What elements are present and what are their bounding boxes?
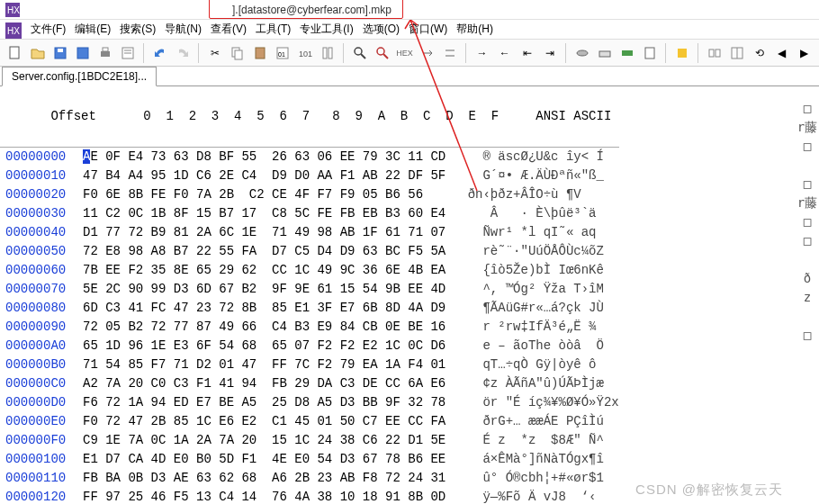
svg-rect-27	[622, 50, 633, 56]
hex-row[interactable]: 0000009072 05 B2 72 77 87 49 66 C4 B3 E9…	[0, 318, 619, 337]
ram-icon[interactable]	[617, 43, 636, 63]
find-hex-icon[interactable]	[373, 43, 392, 63]
svg-rect-7	[77, 48, 88, 58]
menu-search[interactable]: 搜索(S)	[116, 20, 159, 39]
go-end-icon[interactable]: ⇥	[540, 43, 559, 63]
props-icon[interactable]	[118, 43, 137, 63]
svg-line-22	[361, 54, 365, 58]
menu-help[interactable]: 帮助(H)	[453, 20, 497, 39]
menu-app-icon: HX	[5, 22, 22, 39]
drive-icon[interactable]	[595, 43, 614, 63]
hex-row[interactable]: 00000100E1 D7 CA 4D E0 B0 5D F1 4E E0 54…	[0, 450, 619, 469]
titlebar: HX ].[datastore@cyberfear.com].mkp	[0, 0, 819, 20]
strip-cell: □	[796, 175, 819, 194]
strip-cell: □	[796, 326, 819, 345]
strip-cell	[796, 420, 819, 439]
split-icon[interactable]	[727, 43, 746, 63]
menubar: HX 文件(F) 编辑(E) 搜索(S) 导航(N) 查看(V) 工具(T) 专…	[0, 20, 819, 40]
calc-icon[interactable]	[640, 43, 659, 63]
menu-edit[interactable]: 编辑(E)	[71, 20, 114, 39]
redo-icon[interactable]	[173, 43, 192, 63]
strip-cell: □	[796, 231, 819, 250]
menu-options[interactable]: 选项(O)	[359, 20, 403, 39]
save-as-icon[interactable]	[73, 43, 92, 63]
strip-cell	[796, 458, 819, 477]
svg-text:HX: HX	[7, 5, 20, 15]
copy-hex-icon[interactable]: 01	[273, 43, 292, 63]
svg-rect-30	[709, 50, 714, 57]
save-icon[interactable]	[50, 43, 69, 63]
menu-tools[interactable]: 工具(T)	[252, 20, 294, 39]
svg-text:01: 01	[278, 51, 285, 58]
hex-row[interactable]: 000000F0C9 1E 7A 0C 1A 2A 7A 20 15 1C 24…	[0, 431, 619, 450]
hex-row[interactable]: 0000005072 E8 98 A8 B7 22 55 FA D7 C5 D4…	[0, 242, 619, 261]
hex-row[interactable]: 000000705E 2C 90 99 D3 6D 67 B2 9F 9E 61…	[0, 280, 619, 299]
hex-row[interactable]: 000000806D C3 41 FC 47 23 72 8B 85 E1 3F…	[0, 299, 619, 318]
menu-file[interactable]: 文件(F)	[27, 20, 69, 39]
menu-window[interactable]: 窗口(W)	[405, 20, 451, 39]
tab-file[interactable]: Server.config.[1BDC2E18]...	[2, 67, 157, 86]
hex-row[interactable]: 00000120FF 97 25 46 F5 13 C4 14 76 4A 38…	[0, 488, 619, 504]
new-icon[interactable]	[5, 43, 24, 63]
hex-row[interactable]: 00000110FB BA 0B D3 AE 63 62 68 A6 2B 23…	[0, 469, 619, 488]
find-text-icon[interactable]: HEX	[395, 43, 414, 63]
hex-row[interactable]: 00000000AE 0F E4 73 63 D8 BF 55 26 63 06…	[0, 148, 619, 166]
svg-rect-8	[101, 51, 110, 57]
strip-cell: □	[796, 137, 819, 156]
svg-point-25	[577, 50, 588, 56]
open-icon[interactable]	[28, 43, 47, 63]
watermark: CSDN @解密恢复云天	[635, 482, 783, 499]
hex-row[interactable]: 000000607B EE F2 35 8E 65 29 62 CC 1C 49…	[0, 261, 619, 280]
app-icon: HX	[5, 3, 20, 17]
print-icon[interactable]	[95, 43, 114, 63]
nav-next-icon[interactable]: ▶	[795, 43, 814, 63]
paste-icon[interactable]	[250, 43, 269, 63]
copy-icon[interactable]	[228, 43, 247, 63]
hex-row[interactable]: 0000001047 B4 A4 95 1D C6 2E C4 D9 D0 AA…	[0, 166, 619, 185]
right-strip: □r藤□□r藤□□ðz□	[796, 99, 819, 477]
column-icon[interactable]	[318, 43, 337, 63]
undo-icon[interactable]	[150, 43, 169, 63]
replace-all-icon[interactable]	[440, 43, 459, 63]
strip-cell	[796, 382, 819, 401]
go-begin-icon[interactable]: ⇤	[518, 43, 536, 63]
hex-row[interactable]: 000000A065 1D 96 1E E3 6F 54 68 65 07 F2…	[0, 337, 619, 356]
go-back-icon[interactable]: →	[472, 43, 491, 63]
hex-row[interactable]: 00000040D1 77 72 B9 81 2A 6C 1E 71 49 98…	[0, 223, 619, 242]
cut-icon[interactable]: ✂	[205, 43, 224, 63]
hex-body[interactable]: 00000000AE 0F E4 73 63 D8 BF 55 26 63 06…	[0, 148, 619, 504]
strip-cell	[796, 250, 819, 269]
hex-row[interactable]: 0000003011 C2 0C 1B 8F 15 B7 17 C8 5C FE…	[0, 204, 619, 223]
hex-row[interactable]: 000000C0A2 7A 20 C0 C3 F1 41 94 FB 29 DA…	[0, 374, 619, 393]
analyze-icon[interactable]	[672, 43, 691, 63]
hex-row[interactable]: 000000B071 54 85 F7 71 D2 01 47 FF 7C F2…	[0, 356, 619, 374]
svg-rect-26	[599, 51, 610, 57]
disk-icon[interactable]	[572, 43, 591, 63]
hex-row[interactable]: 00000020F0 6E 8B FE F0 7A 2B C2 CE 4F F7…	[0, 185, 619, 204]
svg-text:HX: HX	[7, 26, 20, 36]
svg-rect-28	[645, 48, 654, 58]
hex-view: Offset 0 1 2 3 4 5 6 7 8 9 A B C D E F A…	[0, 86, 819, 504]
hex-row[interactable]: 000000D0F6 72 1A 94 ED E7 BE A5 25 D8 A5…	[0, 393, 619, 412]
svg-rect-14	[235, 50, 242, 59]
svg-rect-31	[716, 50, 720, 57]
hex-row[interactable]: 000000E0F0 72 47 2B 85 1C E6 E2 C1 45 01…	[0, 412, 619, 431]
nav-prev-icon[interactable]: ◀	[772, 43, 791, 63]
toggle-hex-icon[interactable]: 101	[295, 43, 314, 63]
go-forward-icon[interactable]: ←	[495, 43, 514, 63]
compare-icon[interactable]	[705, 43, 724, 63]
menu-pro-tools[interactable]: 专业工具(I)	[296, 20, 356, 39]
replace-icon[interactable]	[418, 43, 436, 63]
strip-cell	[796, 401, 819, 420]
find-icon[interactable]	[350, 43, 369, 63]
svg-rect-9	[103, 48, 108, 51]
svg-point-21	[355, 48, 362, 55]
title-text: ].[datastore@cyberfear.com].mkp	[232, 4, 392, 16]
menu-view[interactable]: 查看(V)	[207, 20, 250, 39]
strip-cell	[796, 439, 819, 458]
sync-icon[interactable]: ⟲	[750, 43, 769, 63]
strip-cell	[796, 345, 819, 364]
menu-navigate[interactable]: 导航(N)	[161, 20, 205, 39]
strip-cell	[796, 307, 819, 326]
toolbar: ✂ 01 101 HEX → ← ⇤ ⇥ ⟲ ◀ ▶	[0, 40, 819, 67]
